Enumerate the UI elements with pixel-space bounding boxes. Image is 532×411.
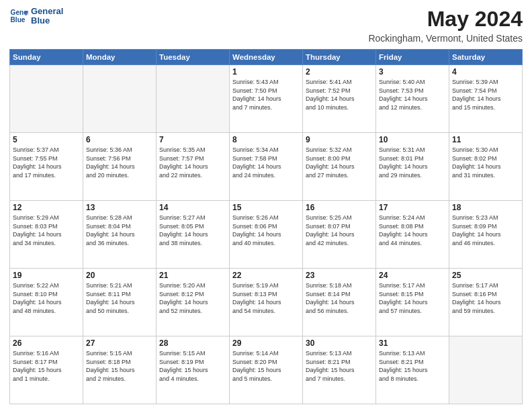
day-info: Sunrise: 5:40 AM Sunset: 7:53 PM Dayligh… bbox=[379, 78, 446, 111]
day-info: Sunrise: 5:19 AM Sunset: 8:13 PM Dayligh… bbox=[232, 281, 300, 315]
day-info: Sunrise: 5:39 AM Sunset: 7:54 PM Dayligh… bbox=[452, 78, 519, 111]
calendar-cell-0-0 bbox=[10, 65, 83, 133]
day-info: Sunrise: 5:13 AM Sunset: 8:21 PM Dayligh… bbox=[306, 349, 373, 383]
day-number: 7 bbox=[159, 135, 226, 144]
day-number: 29 bbox=[232, 338, 300, 348]
main-title: May 2024 bbox=[368, 7, 523, 32]
calendar-week-2: 12Sunrise: 5:29 AM Sunset: 8:03 PM Dayli… bbox=[10, 201, 523, 269]
calendar-cell-1-5: 10Sunrise: 5:31 AM Sunset: 8:01 PM Dayli… bbox=[376, 133, 449, 201]
day-number: 16 bbox=[306, 203, 373, 212]
day-info: Sunrise: 5:20 AM Sunset: 8:12 PM Dayligh… bbox=[159, 281, 226, 315]
calendar-cell-0-1 bbox=[83, 65, 157, 133]
logo-icon: General Blue bbox=[9, 7, 28, 26]
day-number: 8 bbox=[232, 135, 300, 144]
day-info: Sunrise: 5:36 AM Sunset: 7:56 PM Dayligh… bbox=[86, 146, 153, 179]
calendar-week-0: 1Sunrise: 5:43 AM Sunset: 7:50 PM Daylig… bbox=[10, 65, 523, 133]
day-info: Sunrise: 5:28 AM Sunset: 8:04 PM Dayligh… bbox=[86, 214, 153, 247]
svg-text:Blue: Blue bbox=[11, 16, 26, 24]
calendar-cell-2-0: 12Sunrise: 5:29 AM Sunset: 8:03 PM Dayli… bbox=[10, 201, 83, 269]
day-number: 9 bbox=[306, 135, 373, 144]
calendar-cell-0-4: 2Sunrise: 5:41 AM Sunset: 7:52 PM Daylig… bbox=[303, 65, 376, 133]
day-info: Sunrise: 5:14 AM Sunset: 8:20 PM Dayligh… bbox=[232, 349, 300, 383]
day-number: 3 bbox=[379, 67, 446, 77]
day-number: 1 bbox=[232, 67, 300, 77]
day-info: Sunrise: 5:17 AM Sunset: 8:16 PM Dayligh… bbox=[452, 281, 519, 315]
calendar-cell-3-5: 24Sunrise: 5:17 AM Sunset: 8:15 PM Dayli… bbox=[376, 269, 449, 336]
calendar-table: SundayMondayTuesdayWednesdayThursdayFrid… bbox=[9, 49, 523, 404]
calendar-cell-3-2: 21Sunrise: 5:20 AM Sunset: 8:12 PM Dayli… bbox=[157, 269, 230, 336]
day-number: 14 bbox=[159, 203, 226, 212]
calendar-cell-1-4: 9Sunrise: 5:32 AM Sunset: 8:00 PM Daylig… bbox=[303, 133, 376, 201]
logo-line1: General bbox=[31, 7, 63, 16]
day-number: 10 bbox=[379, 135, 446, 144]
day-number: 19 bbox=[13, 271, 80, 280]
day-number: 12 bbox=[13, 203, 80, 212]
calendar-cell-2-3: 15Sunrise: 5:26 AM Sunset: 8:06 PM Dayli… bbox=[230, 201, 303, 269]
calendar-header-row: SundayMondayTuesdayWednesdayThursdayFrid… bbox=[10, 50, 523, 65]
day-number: 26 bbox=[13, 338, 80, 348]
subtitle: Rockingham, Vermont, United States bbox=[368, 33, 523, 44]
calendar-cell-3-6: 25Sunrise: 5:17 AM Sunset: 8:16 PM Dayli… bbox=[449, 269, 523, 336]
calendar-cell-1-1: 6Sunrise: 5:36 AM Sunset: 7:56 PM Daylig… bbox=[83, 133, 157, 201]
calendar-cell-0-3: 1Sunrise: 5:43 AM Sunset: 7:50 PM Daylig… bbox=[230, 65, 303, 133]
day-info: Sunrise: 5:13 AM Sunset: 8:21 PM Dayligh… bbox=[379, 349, 446, 383]
logo-line2: Blue bbox=[31, 16, 63, 26]
day-number: 6 bbox=[86, 135, 153, 144]
day-info: Sunrise: 5:21 AM Sunset: 8:11 PM Dayligh… bbox=[86, 281, 153, 315]
calendar-cell-0-6: 4Sunrise: 5:39 AM Sunset: 7:54 PM Daylig… bbox=[449, 65, 523, 133]
calendar-week-4: 26Sunrise: 5:16 AM Sunset: 8:17 PM Dayli… bbox=[10, 336, 523, 404]
day-info: Sunrise: 5:18 AM Sunset: 8:14 PM Dayligh… bbox=[306, 281, 373, 315]
day-info: Sunrise: 5:23 AM Sunset: 8:09 PM Dayligh… bbox=[452, 214, 519, 247]
day-info: Sunrise: 5:15 AM Sunset: 8:19 PM Dayligh… bbox=[159, 349, 226, 383]
day-number: 4 bbox=[452, 67, 519, 77]
day-info: Sunrise: 5:16 AM Sunset: 8:17 PM Dayligh… bbox=[13, 349, 80, 383]
calendar-dow-friday: Friday bbox=[376, 50, 449, 65]
calendar-dow-sunday: Sunday bbox=[10, 50, 83, 65]
calendar-cell-2-6: 18Sunrise: 5:23 AM Sunset: 8:09 PM Dayli… bbox=[449, 201, 523, 269]
day-number: 21 bbox=[159, 271, 226, 280]
calendar-dow-tuesday: Tuesday bbox=[157, 50, 230, 65]
day-number: 23 bbox=[306, 271, 373, 280]
calendar-cell-3-4: 23Sunrise: 5:18 AM Sunset: 8:14 PM Dayli… bbox=[303, 269, 376, 336]
day-number: 17 bbox=[379, 203, 446, 212]
calendar-week-1: 5Sunrise: 5:37 AM Sunset: 7:55 PM Daylig… bbox=[10, 133, 523, 201]
day-number: 24 bbox=[379, 271, 446, 280]
day-info: Sunrise: 5:34 AM Sunset: 7:58 PM Dayligh… bbox=[232, 146, 300, 179]
day-info: Sunrise: 5:31 AM Sunset: 8:01 PM Dayligh… bbox=[379, 146, 446, 179]
logo: General Blue General Blue bbox=[9, 7, 63, 26]
day-number: 2 bbox=[306, 67, 373, 77]
calendar-cell-1-3: 8Sunrise: 5:34 AM Sunset: 7:58 PM Daylig… bbox=[230, 133, 303, 201]
day-info: Sunrise: 5:26 AM Sunset: 8:06 PM Dayligh… bbox=[232, 214, 300, 247]
day-info: Sunrise: 5:37 AM Sunset: 7:55 PM Dayligh… bbox=[13, 146, 80, 179]
calendar-dow-thursday: Thursday bbox=[303, 50, 376, 65]
calendar-cell-4-1: 27Sunrise: 5:15 AM Sunset: 8:18 PM Dayli… bbox=[83, 336, 157, 404]
calendar-dow-saturday: Saturday bbox=[449, 50, 523, 65]
calendar-cell-3-0: 19Sunrise: 5:22 AM Sunset: 8:10 PM Dayli… bbox=[10, 269, 83, 336]
day-number: 30 bbox=[306, 338, 373, 348]
day-info: Sunrise: 5:24 AM Sunset: 8:08 PM Dayligh… bbox=[379, 214, 446, 247]
calendar-cell-3-1: 20Sunrise: 5:21 AM Sunset: 8:11 PM Dayli… bbox=[83, 269, 157, 336]
calendar-cell-0-5: 3Sunrise: 5:40 AM Sunset: 7:53 PM Daylig… bbox=[376, 65, 449, 133]
day-number: 15 bbox=[232, 203, 300, 212]
calendar-cell-4-5: 31Sunrise: 5:13 AM Sunset: 8:21 PM Dayli… bbox=[376, 336, 449, 404]
day-info: Sunrise: 5:30 AM Sunset: 8:02 PM Dayligh… bbox=[452, 146, 519, 179]
day-number: 25 bbox=[452, 271, 519, 280]
calendar-cell-2-4: 16Sunrise: 5:25 AM Sunset: 8:07 PM Dayli… bbox=[303, 201, 376, 269]
calendar-cell-2-1: 13Sunrise: 5:28 AM Sunset: 8:04 PM Dayli… bbox=[83, 201, 157, 269]
day-number: 28 bbox=[159, 338, 226, 348]
calendar-cell-3-3: 22Sunrise: 5:19 AM Sunset: 8:13 PM Dayli… bbox=[230, 269, 303, 336]
day-number: 13 bbox=[86, 203, 153, 212]
day-info: Sunrise: 5:29 AM Sunset: 8:03 PM Dayligh… bbox=[13, 214, 80, 247]
day-info: Sunrise: 5:25 AM Sunset: 8:07 PM Dayligh… bbox=[306, 214, 373, 247]
calendar-cell-4-3: 29Sunrise: 5:14 AM Sunset: 8:20 PM Dayli… bbox=[230, 336, 303, 404]
day-info: Sunrise: 5:27 AM Sunset: 8:05 PM Dayligh… bbox=[159, 214, 226, 247]
day-info: Sunrise: 5:32 AM Sunset: 8:00 PM Dayligh… bbox=[306, 146, 373, 179]
day-number: 20 bbox=[86, 271, 153, 280]
day-number: 31 bbox=[379, 338, 446, 348]
calendar-dow-wednesday: Wednesday bbox=[230, 50, 303, 65]
day-number: 18 bbox=[452, 203, 519, 212]
page: General Blue General Blue May 2024 Rocki… bbox=[0, 0, 532, 411]
calendar-cell-4-6 bbox=[449, 336, 523, 404]
day-info: Sunrise: 5:43 AM Sunset: 7:50 PM Dayligh… bbox=[232, 78, 300, 111]
day-number: 11 bbox=[452, 135, 519, 144]
